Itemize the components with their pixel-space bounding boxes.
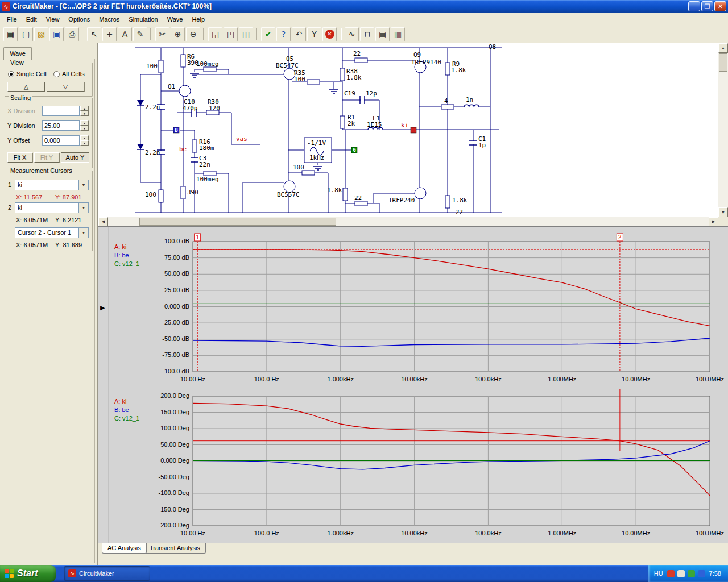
select-tool-button[interactable]: ↖ bbox=[87, 27, 101, 41]
zoom-in-button[interactable]: ⊕ bbox=[171, 27, 185, 41]
menu-edit[interactable]: Edit bbox=[22, 14, 42, 24]
resistor-symbol[interactable] bbox=[159, 190, 163, 202]
radio-single-cell[interactable]: Single Cell bbox=[8, 70, 47, 77]
spin-down-icon[interactable]: ▼ bbox=[80, 126, 89, 131]
menu-help[interactable]: Help bbox=[187, 14, 209, 24]
fit-y-button[interactable]: Fit Y bbox=[34, 152, 59, 163]
zoom-area-button[interactable]: ◱ bbox=[208, 27, 222, 41]
scroll-right-icon[interactable]: ▶ bbox=[709, 217, 718, 226]
timing-diagram-button[interactable]: ▥ bbox=[391, 27, 405, 41]
menu-wave[interactable]: Wave bbox=[163, 14, 188, 24]
resistor-symbol[interactable] bbox=[343, 188, 348, 201]
resistor-symbol[interactable] bbox=[445, 196, 450, 208]
radio-single-cell-circle[interactable] bbox=[8, 71, 14, 77]
wire-tool-button[interactable]: ✎ bbox=[133, 27, 147, 41]
diode-symbol[interactable] bbox=[137, 144, 144, 149]
schematic-canvas[interactable]: R6390100100megQ1Q5BC547C22R381.8kQ9IRFP9… bbox=[101, 43, 718, 215]
spin-down-icon[interactable]: ▼ bbox=[80, 111, 89, 116]
run-simulation-button[interactable]: ✔ bbox=[261, 27, 275, 41]
y-division-input[interactable] bbox=[42, 120, 80, 131]
resistor-symbol[interactable] bbox=[445, 63, 450, 75]
splitter-arrow-icon[interactable]: ▶ bbox=[100, 304, 105, 311]
x-division-input[interactable] bbox=[42, 106, 80, 116]
analog-waveforms-button[interactable]: ∿ bbox=[345, 27, 359, 41]
inductor-symbol[interactable] bbox=[464, 105, 479, 107]
maximize-button[interactable]: ❐ bbox=[701, 1, 713, 11]
chevron-down-icon[interactable]: ▼ bbox=[78, 203, 88, 213]
minimize-button[interactable]: — bbox=[688, 1, 700, 11]
spin-up-icon[interactable]: ▲ bbox=[80, 120, 89, 126]
legend-be[interactable]: B: be bbox=[114, 251, 139, 260]
legend-be[interactable]: B: be bbox=[114, 406, 139, 414]
tab-wave[interactable]: Wave bbox=[3, 47, 32, 60]
legend-v12-1[interactable]: C: v12_1 bbox=[114, 414, 139, 423]
parts-browser-button[interactable]: ▦ bbox=[3, 27, 18, 41]
menu-options[interactable]: Options bbox=[64, 14, 94, 24]
taskbar-item-circuitmaker[interactable]: ∿ CircuitMaker bbox=[64, 566, 150, 581]
radio-all-cells-circle[interactable] bbox=[53, 71, 60, 77]
resistor-symbol[interactable] bbox=[340, 68, 345, 81]
x-division-spinner[interactable]: ▲▼ bbox=[80, 106, 89, 116]
ac-phase-plot[interactable] bbox=[193, 388, 710, 526]
probe-tool-button[interactable]: Y bbox=[307, 27, 321, 41]
vscroll-thumb[interactable] bbox=[719, 53, 727, 72]
wave-down-button[interactable]: ▽ bbox=[47, 82, 84, 92]
zoom-out-button[interactable]: ⊖ bbox=[186, 27, 200, 41]
add-part-button[interactable]: + bbox=[102, 27, 117, 41]
transistor-symbol[interactable] bbox=[284, 68, 295, 80]
fit-x-button[interactable]: Fit X bbox=[7, 152, 32, 163]
legend-ki[interactable]: A: ki bbox=[114, 243, 139, 251]
transistor-symbol[interactable] bbox=[284, 181, 295, 192]
auto-y-button[interactable]: Auto Y bbox=[61, 152, 89, 163]
cursor-diff-select[interactable]: Cursor 2 - Cursor 1 ▼ bbox=[15, 227, 89, 238]
undo-button[interactable]: ↶ bbox=[292, 27, 306, 41]
fit-view-button[interactable]: ◳ bbox=[224, 27, 238, 41]
save-button[interactable]: ▣ bbox=[49, 27, 64, 41]
schematic-hscrollbar[interactable]: ◀ ▶ bbox=[98, 217, 718, 226]
chevron-down-icon[interactable]: ▼ bbox=[78, 180, 88, 190]
schematic-vscrollbar[interactable]: ▲ ▼ bbox=[718, 43, 728, 217]
tab-ac-analysis[interactable]: AC Analysis bbox=[102, 543, 147, 554]
close-button[interactable]: ✕ bbox=[714, 1, 726, 11]
pane-splitter[interactable]: ▶ bbox=[98, 227, 109, 543]
chevron-down-icon[interactable]: ▼ bbox=[78, 228, 88, 238]
antivirus-icon[interactable] bbox=[667, 570, 675, 577]
y-division-spinner[interactable]: ▲▼ bbox=[80, 120, 89, 131]
start-button[interactable]: Start bbox=[0, 565, 56, 582]
stop-button[interactable]: ✕ bbox=[322, 27, 337, 41]
analyses-setup-button[interactable]: ▤ bbox=[375, 27, 390, 41]
diode-symbol[interactable] bbox=[137, 100, 144, 106]
wave-up-button[interactable]: △ bbox=[7, 82, 45, 92]
delete-tool-button[interactable]: ✂ bbox=[155, 27, 169, 41]
resistor-symbol[interactable] bbox=[204, 171, 216, 176]
volume-icon[interactable] bbox=[677, 570, 685, 577]
scroll-up-icon[interactable]: ▲ bbox=[718, 43, 728, 53]
scroll-left-icon[interactable]: ◀ bbox=[98, 217, 108, 226]
update-icon[interactable] bbox=[698, 570, 705, 577]
ac-magnitude-plot[interactable]: 12 bbox=[193, 234, 710, 372]
text-tool-button[interactable]: A bbox=[118, 27, 132, 41]
y-offset-spinner[interactable]: ▲▼ bbox=[80, 135, 89, 146]
cursor1-signal-select[interactable]: ki ▼ bbox=[15, 180, 89, 190]
digital-waveforms-button[interactable]: ⊓ bbox=[360, 27, 374, 41]
cursor2-signal-select[interactable]: ki ▼ bbox=[15, 202, 89, 213]
resistor-symbol[interactable] bbox=[204, 67, 216, 72]
open-file-button[interactable]: ▧ bbox=[34, 27, 48, 41]
resistor-symbol[interactable] bbox=[159, 60, 163, 73]
spin-up-icon[interactable]: ▲ bbox=[80, 106, 89, 111]
transistor-symbol[interactable] bbox=[415, 188, 426, 199]
transistor-symbol[interactable] bbox=[179, 85, 191, 97]
legend-ki[interactable]: A: ki bbox=[114, 397, 139, 406]
resistor-symbol[interactable] bbox=[181, 55, 185, 67]
scroll-down-icon[interactable]: ▼ bbox=[718, 207, 728, 217]
menu-simulation[interactable]: Simulation bbox=[124, 14, 162, 24]
resistor-symbol[interactable] bbox=[307, 80, 320, 84]
tab-transient-analysis[interactable]: Transient Analysis bbox=[144, 543, 206, 554]
spin-down-icon[interactable]: ▼ bbox=[80, 140, 89, 146]
y-offset-input[interactable] bbox=[42, 135, 80, 146]
resistor-symbol[interactable] bbox=[441, 105, 454, 109]
menu-file[interactable]: File bbox=[2, 14, 22, 24]
legend-v12-1[interactable]: C: v12_1 bbox=[114, 260, 139, 268]
resistor-symbol[interactable] bbox=[302, 171, 315, 175]
menu-view[interactable]: View bbox=[42, 14, 64, 24]
